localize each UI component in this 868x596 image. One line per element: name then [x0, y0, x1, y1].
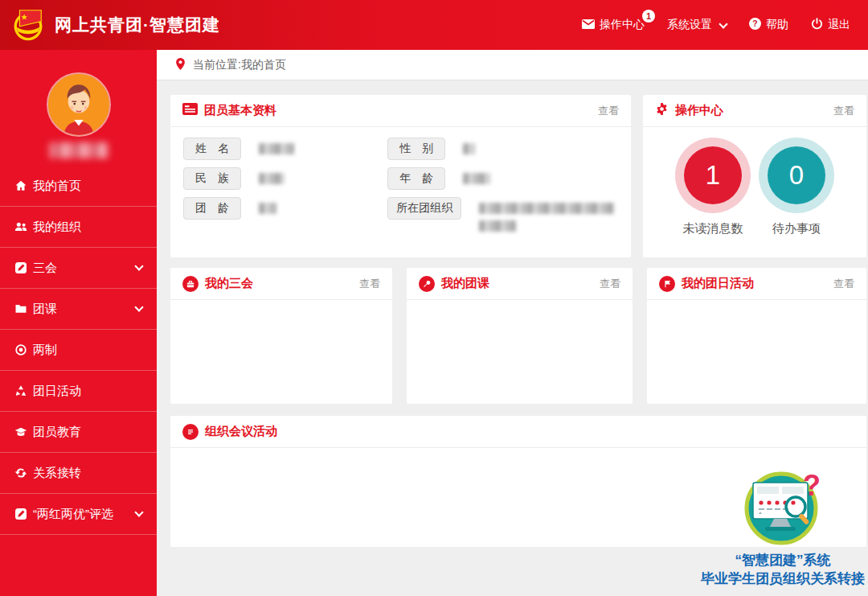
- edit-icon: [14, 508, 27, 520]
- field-label: 民 族: [183, 167, 241, 190]
- card-member-basic-info: 团员基本资料 查看 姓 名 性 别 民 族: [170, 95, 631, 257]
- promo-banner: ? “智慧团建”系统 毕业学生团员组织关系转接: [698, 467, 868, 588]
- field-value-blurred: [259, 173, 285, 184]
- gear-icon: [655, 102, 669, 119]
- app-title: 网上共青团·智慧团建: [55, 14, 220, 36]
- nav-action-center[interactable]: 操作中心 1: [582, 18, 645, 32]
- view-link[interactable]: 查看: [359, 277, 380, 291]
- header-nav: 操作中心 1 系统设置 ? 帮助 退出: [582, 18, 850, 32]
- field-gender: 性 别: [387, 138, 618, 160]
- chevron-down-icon: [134, 302, 143, 311]
- field-label: 团 龄: [183, 197, 241, 220]
- field-label: 姓 名: [183, 138, 241, 160]
- sidebar-item-label: 我的组织: [33, 220, 81, 235]
- stat-value: 1: [684, 146, 742, 204]
- view-link[interactable]: 查看: [833, 104, 854, 118]
- sidebar-item-league-class[interactable]: 团课: [0, 289, 157, 330]
- nav-help[interactable]: ? 帮助: [749, 18, 788, 32]
- field-organization: 所在团组织: [387, 197, 618, 232]
- breadcrumb: 当前位置:我的首页: [157, 50, 868, 80]
- field-label: 性 别: [387, 138, 445, 160]
- sidebar: 我的首页 我的组织 三会 团课: [0, 50, 157, 596]
- sidebar-item-league-day-activity[interactable]: 团日活动: [0, 371, 157, 412]
- sidebar-item-label: 三会: [33, 261, 57, 276]
- graduation-cap-icon: [14, 425, 27, 438]
- stat-value: 0: [768, 146, 825, 204]
- stat-unread-messages: 1 未读消息数: [675, 138, 751, 236]
- app-header: 网上共青团·智慧团建 操作中心 1 系统设置 ? 帮助 退出: [0, 0, 868, 50]
- field-age: 年 龄: [387, 167, 618, 190]
- avatar: [47, 72, 111, 137]
- home-icon: [14, 179, 27, 192]
- sidebar-item-relation-transfer[interactable]: 关系接转: [0, 453, 157, 494]
- sidebar-item-two-systems[interactable]: 两制: [0, 330, 157, 371]
- sidebar-item-label: 团课: [33, 302, 57, 317]
- sidebar-item-label: “两红两优”评选: [33, 507, 113, 522]
- view-link[interactable]: 查看: [598, 104, 619, 118]
- svg-text:?: ?: [803, 469, 821, 502]
- view-link[interactable]: 查看: [833, 277, 854, 291]
- stat-ring: 1: [675, 138, 751, 213]
- stat-label: 未读消息数: [683, 221, 743, 236]
- card-action-center: 操作中心 查看 1 未读消息数 0: [643, 95, 866, 257]
- user-name-blurred: [49, 142, 108, 158]
- field-value-blurred: [463, 173, 490, 184]
- view-link[interactable]: 查看: [600, 277, 620, 291]
- stat-ring: 0: [759, 138, 834, 213]
- field-value-blurred: [259, 143, 294, 154]
- question-circle-icon: ?: [749, 18, 761, 32]
- sidebar-item-label: 两制: [33, 343, 57, 358]
- nav-system-settings[interactable]: 系统设置: [667, 18, 727, 32]
- promo-line2: 毕业学生团员组织关系转接: [698, 569, 868, 588]
- computer-search-illustration: ?: [743, 536, 823, 549]
- document-lines-icon: [182, 424, 199, 440]
- field-ethnicity: 民 族: [183, 167, 387, 190]
- chevron-down-icon: [134, 261, 143, 270]
- brand: 网上共青团·智慧团建: [10, 5, 220, 45]
- nav-action-center-label: 操作中心: [600, 18, 645, 32]
- nav-help-label: 帮助: [766, 18, 788, 32]
- promo-line1: “智慧团建”系统: [698, 551, 868, 569]
- card-title: 我的团课: [441, 276, 489, 291]
- nav-settings-label: 系统设置: [667, 18, 712, 32]
- card-my-league-class: 我的团课 查看: [407, 268, 633, 404]
- nav-logout[interactable]: 退出: [811, 18, 850, 32]
- card-title: 组织会议活动: [205, 424, 277, 439]
- sidebar-item-label: 关系接转: [33, 466, 81, 481]
- power-icon: [811, 18, 823, 32]
- sidebar-item-label: 我的首页: [33, 179, 81, 194]
- envelope-icon: [582, 18, 595, 31]
- sidebar-item-member-education[interactable]: 团员教育: [0, 412, 157, 453]
- transfer-icon: [14, 467, 27, 479]
- sidebar-item-label: 团员教育: [33, 425, 81, 440]
- league-emblem-logo: [10, 5, 47, 45]
- chevron-down-icon: [719, 19, 727, 28]
- card-title: 我的三会: [205, 276, 253, 291]
- microphone-icon: [419, 276, 435, 292]
- field-value-blurred: [479, 220, 516, 232]
- folder-icon: [14, 302, 27, 315]
- field-value-blurred: [479, 203, 614, 214]
- field-label: 所在团组织: [387, 197, 461, 220]
- field-name: 姓 名: [183, 138, 387, 160]
- id-card-icon: [182, 103, 198, 118]
- users-icon: [14, 220, 27, 233]
- sidebar-item-two-red-two-excellent[interactable]: “两红两优”评选: [0, 494, 157, 535]
- sidebar-item-label: 团日活动: [33, 384, 81, 399]
- briefcase-icon: [182, 276, 199, 292]
- field-label: 年 龄: [387, 167, 445, 190]
- stat-todo-items: 0 待办事项: [759, 138, 834, 236]
- card-title: 我的团日活动: [682, 276, 754, 291]
- card-my-three-meetings: 我的三会 查看: [170, 268, 392, 404]
- sidebar-item-organization[interactable]: 我的组织: [0, 207, 157, 248]
- sidebar-item-three-meetings[interactable]: 三会: [0, 248, 157, 289]
- field-value-blurred: [463, 143, 475, 154]
- field-league-age: 团 龄: [183, 197, 387, 232]
- recycle-icon: [14, 384, 27, 397]
- nav-logout-label: 退出: [828, 18, 850, 32]
- field-value-blurred: [259, 203, 276, 214]
- sidebar-item-home[interactable]: 我的首页: [0, 166, 157, 207]
- breadcrumb-text: 当前位置:我的首页: [193, 58, 286, 72]
- location-pin-icon: [175, 57, 186, 73]
- card-my-league-day-activities: 我的团日活动 查看: [647, 268, 866, 404]
